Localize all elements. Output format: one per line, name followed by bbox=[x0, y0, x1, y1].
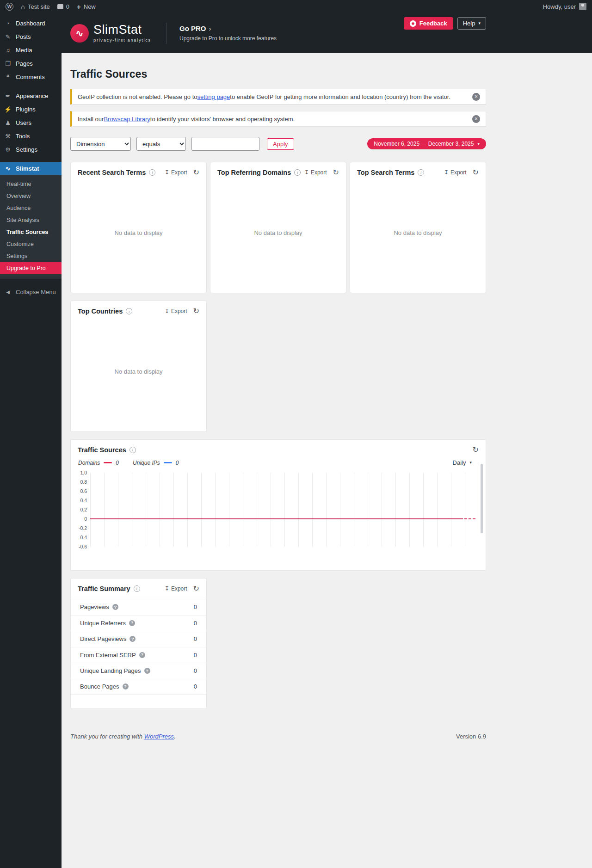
info-icon[interactable]: i bbox=[418, 169, 424, 176]
comments-link[interactable]: 0 bbox=[57, 3, 69, 10]
sidebar-item-pages[interactable]: ❐ Pages bbox=[0, 57, 62, 70]
refresh-icon[interactable]: ↻ bbox=[193, 308, 199, 315]
refresh-icon[interactable]: ↻ bbox=[193, 169, 199, 176]
sidebar-item-users[interactable]: ♟ Users bbox=[0, 116, 62, 129]
export-label: Export bbox=[171, 169, 187, 176]
card-title: Traffic Sources bbox=[78, 446, 126, 454]
top-search-terms-card: Top Search Terms i ↧ Export ↻ No data to… bbox=[350, 162, 486, 293]
help-button[interactable]: Help ▾ bbox=[457, 17, 486, 30]
filter-value-input[interactable] bbox=[191, 137, 259, 151]
date-range-button[interactable]: November 6, 2025 — December 3, 2025 ▾ bbox=[367, 138, 486, 149]
sidebar-item-label: Settings bbox=[16, 146, 37, 153]
settings-icon: ⚙ bbox=[4, 146, 12, 153]
dimension-select[interactable]: Dimension bbox=[70, 137, 131, 151]
export-button[interactable]: ↧ Export bbox=[304, 169, 327, 176]
comments-icon: ❝ bbox=[4, 74, 12, 80]
legend-unique-ips[interactable]: Unique IPs 0 bbox=[133, 460, 179, 466]
go-pro-link[interactable]: Go PRO › Upgrade to Pro to unlock more f… bbox=[179, 25, 277, 42]
info-icon[interactable]: i bbox=[126, 308, 132, 314]
interval-select[interactable]: Daily ▾ bbox=[453, 459, 478, 466]
sidebar-item-traffic-sources[interactable]: Traffic Sources bbox=[0, 226, 62, 238]
y-tick: 0.6 bbox=[80, 488, 87, 494]
info-icon[interactable]: i bbox=[294, 169, 301, 176]
info-icon[interactable]: i bbox=[149, 169, 155, 176]
collapse-menu-button[interactable]: ◀ Collapse Menu bbox=[0, 285, 62, 299]
page-content: Traffic Sources GeoIP collection is not … bbox=[62, 68, 486, 709]
sidebar-item-upgrade-to-pro[interactable]: Upgrade to Pro bbox=[0, 262, 62, 274]
sidebar-item-site-analysis[interactable]: Site Analysis bbox=[0, 214, 62, 226]
feedback-button[interactable]: Feedback bbox=[404, 17, 453, 30]
summary-row-unique-referrers: Unique Referrers ? 0 bbox=[71, 615, 206, 631]
site-name-label: Test site bbox=[28, 3, 50, 10]
collapse-icon: ◀ bbox=[4, 289, 12, 295]
help-tooltip-icon[interactable]: ? bbox=[144, 668, 150, 674]
sidebar-item-overview[interactable]: Overview bbox=[0, 190, 62, 202]
users-icon: ♟ bbox=[4, 119, 12, 126]
brand-text: SlimStat privacy-first analytics bbox=[93, 24, 151, 43]
legend-label: Domains bbox=[78, 460, 100, 466]
sidebar-item-comments[interactable]: ❝ Comments bbox=[0, 70, 62, 84]
refresh-icon[interactable]: ↻ bbox=[473, 169, 479, 176]
sidebar-item-settings[interactable]: ⚙ Settings bbox=[0, 143, 62, 156]
sidebar-item-dashboard[interactable]: ◔ Dashboard bbox=[0, 17, 62, 30]
sidebar-item-tools[interactable]: ⚒ Tools bbox=[0, 129, 62, 143]
tools-icon: ⚒ bbox=[4, 133, 12, 140]
summary-value: 0 bbox=[194, 603, 197, 610]
y-tick: 0 bbox=[84, 516, 87, 522]
export-label: Export bbox=[311, 169, 327, 176]
export-button[interactable]: ↧ Export bbox=[165, 308, 187, 314]
info-icon[interactable]: i bbox=[130, 447, 136, 453]
sidebar-item-slimstat-settings[interactable]: Settings bbox=[0, 250, 62, 262]
browscap-library-link[interactable]: Browscap Library bbox=[104, 116, 150, 123]
export-button[interactable]: ↧ Export bbox=[444, 169, 467, 176]
main-column: ∿ SlimStat privacy-first analytics Go PR… bbox=[62, 0, 592, 740]
empty-message: No data to display bbox=[71, 320, 206, 431]
refresh-icon[interactable]: ↻ bbox=[193, 585, 199, 592]
sidebar-item-slimstat[interactable]: ∿ Slimstat bbox=[0, 162, 62, 175]
sidebar-item-appearance[interactable]: ✒ Appearance bbox=[0, 89, 62, 103]
y-tick: 0.2 bbox=[80, 507, 87, 512]
help-tooltip-icon[interactable]: ? bbox=[129, 620, 135, 626]
sidebar-item-customize[interactable]: Customize bbox=[0, 238, 62, 250]
sidebar-item-posts[interactable]: ✎ Posts bbox=[0, 30, 62, 43]
wordpress-menu[interactable]: W bbox=[6, 3, 13, 11]
help-tooltip-icon[interactable]: ? bbox=[139, 652, 145, 658]
domains-series-line-projection bbox=[460, 518, 475, 519]
info-icon[interactable]: i bbox=[134, 585, 140, 592]
footer-thanks-text: . bbox=[174, 733, 176, 740]
apply-button[interactable]: Apply bbox=[267, 138, 294, 150]
sidebar-item-label: Users bbox=[16, 119, 31, 126]
help-tooltip-icon[interactable]: ? bbox=[123, 683, 129, 689]
sidebar-item-plugins[interactable]: ⚡ Plugins bbox=[0, 103, 62, 116]
site-name-link[interactable]: ⌂ Test site bbox=[21, 3, 50, 10]
comment-bubble-icon bbox=[57, 4, 63, 9]
setting-page-link[interactable]: setting page bbox=[197, 93, 230, 100]
slimstat-chart-icon: ∿ bbox=[4, 165, 12, 172]
operator-select[interactable]: equals bbox=[136, 137, 186, 151]
sidebar-item-audience[interactable]: Audience bbox=[0, 202, 62, 214]
dismiss-notice-icon[interactable]: × bbox=[472, 93, 480, 101]
posts-icon: ✎ bbox=[4, 33, 12, 40]
new-content-link[interactable]: + New bbox=[77, 3, 96, 10]
summary-label: Bounce Pages bbox=[80, 683, 119, 690]
chart-scrollbar[interactable] bbox=[481, 464, 483, 533]
media-icon: ♫ bbox=[4, 47, 12, 54]
sidebar-item-media[interactable]: ♫ Media bbox=[0, 43, 62, 57]
wordpress-link[interactable]: WordPress bbox=[144, 733, 174, 740]
account-menu[interactable]: Howdy, user bbox=[543, 3, 586, 10]
empty-message: No data to display bbox=[71, 181, 206, 293]
sidebar-item-label: Plugins bbox=[16, 106, 36, 113]
dismiss-notice-icon[interactable]: × bbox=[472, 115, 480, 123]
sidebar-item-label: Posts bbox=[16, 33, 31, 40]
help-tooltip-icon[interactable]: ? bbox=[130, 636, 136, 642]
feedback-label: Feedback bbox=[419, 20, 447, 27]
sidebar-item-real-time[interactable]: Real-time bbox=[0, 178, 62, 190]
export-button[interactable]: ↧ Export bbox=[165, 585, 187, 592]
help-tooltip-icon[interactable]: ? bbox=[112, 604, 118, 610]
refresh-icon[interactable]: ↻ bbox=[473, 446, 479, 454]
export-button[interactable]: ↧ Export bbox=[165, 169, 187, 176]
export-icon: ↧ bbox=[165, 169, 169, 176]
legend-domains[interactable]: Domains 0 bbox=[78, 460, 119, 466]
home-icon: ⌂ bbox=[21, 3, 25, 10]
refresh-icon[interactable]: ↻ bbox=[333, 169, 339, 176]
